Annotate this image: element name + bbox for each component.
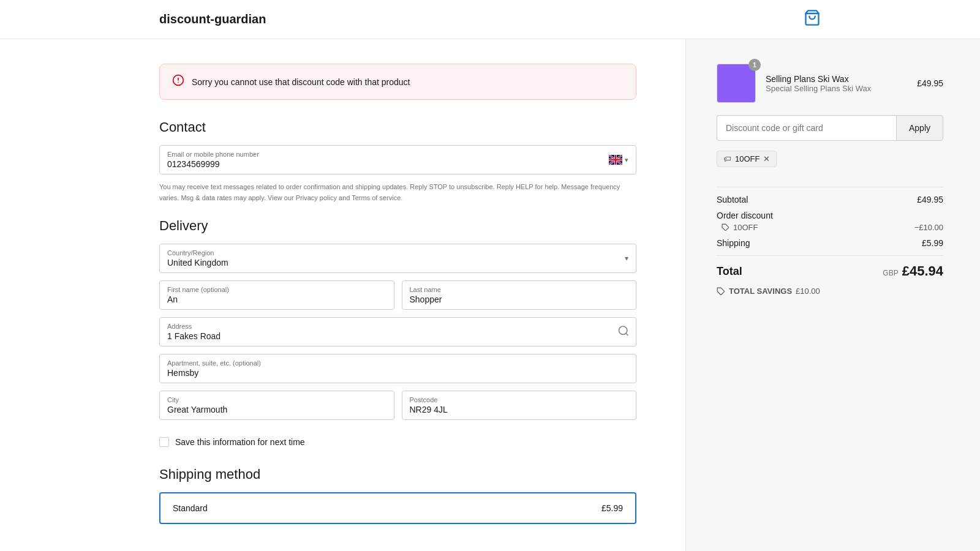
city-input[interactable]	[160, 403, 394, 419]
last-name-input[interactable]	[402, 293, 636, 309]
savings-label: TOTAL SAVINGS	[729, 287, 792, 296]
svg-point-5	[619, 326, 627, 334]
apartment-label: Apartment, suite, etc. (optional)	[160, 354, 636, 367]
subtotal-label: Subtotal	[717, 195, 748, 204]
uk-flag-icon	[609, 155, 622, 165]
save-info-checkbox[interactable]	[159, 437, 169, 447]
product-price: £49.95	[917, 78, 943, 88]
total-currency: GBP	[883, 269, 898, 277]
shipping-option-name: Standard	[173, 503, 208, 513]
shipping-option-price: £5.99	[601, 503, 623, 513]
save-info-label: Save this information for next time	[175, 437, 305, 447]
shipping-label: Shipping	[717, 238, 750, 248]
subtotal-value: £49.95	[917, 195, 943, 204]
total-label: Total	[717, 265, 742, 278]
order-discount-row: Order discount	[717, 211, 943, 220]
order-summary-panel: 1 Selling Plans Ski Wax Special Selling …	[686, 39, 980, 551]
contact-section-title: Contact	[159, 119, 636, 135]
apartment-input[interactable]	[160, 367, 636, 383]
address-field: Address	[159, 317, 636, 347]
discount-label-text: 10OFF	[733, 223, 758, 232]
email-input[interactable]	[160, 158, 636, 174]
error-icon	[172, 74, 184, 89]
product-name: Selling Plans Ski Wax	[766, 74, 907, 84]
subtotal-row: Subtotal £49.95	[717, 195, 943, 204]
remove-discount-button[interactable]: ✕	[763, 154, 770, 163]
phone-dropdown-arrow[interactable]: ▾	[625, 156, 628, 164]
total-value: GBP £45.94	[883, 263, 943, 279]
postcode-label: Postcode	[402, 391, 636, 403]
email-field-wrapper: Email or mobile phone number ▾	[159, 145, 636, 174]
discount-code-label: 10OFF	[717, 223, 758, 232]
address-input[interactable]	[160, 330, 636, 346]
tag-icon: 🏷	[723, 154, 731, 163]
country-label: Country/Region	[160, 244, 636, 257]
address-label: Address	[160, 318, 636, 330]
city-label: City	[160, 391, 394, 403]
address-icons	[617, 325, 630, 339]
address-lookup-icon[interactable]	[617, 325, 630, 339]
city-field: City	[159, 391, 394, 420]
order-discount-label: Order discount	[717, 211, 773, 220]
summary-divider-1	[717, 187, 943, 187]
savings-tag-icon	[717, 287, 725, 296]
product-row: 1 Selling Plans Ski Wax Special Selling …	[717, 64, 943, 103]
shipping-option[interactable]: Standard £5.99	[159, 492, 636, 524]
first-name-input[interactable]	[160, 293, 394, 309]
discount-input[interactable]	[717, 115, 896, 141]
first-name-field: First name (optional)	[159, 280, 394, 310]
email-label: Email or mobile phone number	[160, 146, 636, 158]
cart-icon[interactable]	[804, 9, 821, 30]
summary-divider-2	[717, 255, 943, 256]
error-message: Sorry you cannot use that discount code …	[192, 77, 410, 87]
apply-discount-button[interactable]: Apply	[896, 115, 943, 141]
city-postcode-row: City Postcode	[159, 391, 636, 427]
last-name-label: Last name	[402, 281, 636, 293]
tag-small-icon	[722, 223, 729, 231]
save-info-row: Save this information for next time	[159, 437, 636, 447]
first-name-label: First name (optional)	[160, 281, 394, 293]
shipping-value: £5.99	[922, 238, 943, 248]
delivery-section-title: Delivery	[159, 218, 636, 234]
discount-amount: −£10.00	[914, 223, 943, 232]
apartment-field: Apartment, suite, etc. (optional)	[159, 354, 636, 383]
discount-code-row: 10OFF −£10.00	[717, 223, 943, 232]
svg-line-6	[626, 334, 628, 336]
total-amount: £45.94	[902, 263, 943, 279]
product-variant: Special Selling Plans Ski Wax	[766, 84, 907, 93]
shipping-row: Shipping £5.99	[717, 238, 943, 248]
sms-notice: You may receive text messages related to…	[159, 182, 636, 203]
discount-row: Apply	[717, 115, 943, 141]
product-details: Selling Plans Ski Wax Special Selling Pl…	[766, 74, 907, 93]
country-select[interactable]: United Kingdom	[160, 257, 636, 272]
postcode-field: Postcode	[402, 391, 637, 420]
error-banner: Sorry you cannot use that discount code …	[159, 64, 636, 100]
shipping-section-title: Shipping method	[159, 467, 636, 482]
product-image	[717, 64, 756, 103]
name-row: First name (optional) Last name	[159, 280, 636, 317]
last-name-field: Last name	[402, 280, 637, 310]
flag-container: ▾	[609, 155, 628, 165]
header: discount-guardian	[0, 0, 980, 39]
product-image-wrapper: 1	[717, 64, 756, 103]
total-row: Total GBP £45.94	[717, 263, 943, 279]
country-field: Country/Region United Kingdom ▾	[159, 244, 636, 273]
applied-code-text: 10OFF	[735, 154, 760, 163]
savings-amount: £10.00	[796, 287, 820, 296]
applied-discount-tag: 🏷 10OFF ✕	[717, 151, 777, 167]
postcode-input[interactable]	[402, 403, 636, 419]
product-quantity-badge: 1	[748, 59, 761, 71]
logo: discount-guardian	[159, 12, 266, 26]
savings-row: TOTAL SAVINGS £10.00	[717, 287, 943, 296]
